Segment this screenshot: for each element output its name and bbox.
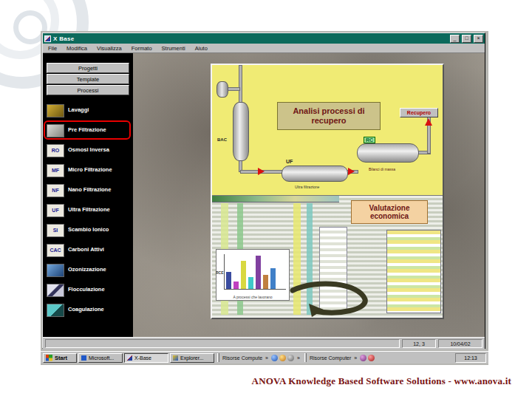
process-item-micro-filtrazione[interactable]: MF Micro Filtrazione — [43, 160, 133, 180]
chart-bar — [256, 256, 261, 289]
pre-filtrazione-icon — [47, 124, 64, 137]
maximize-button[interactable]: □ — [462, 35, 471, 43]
chart-bar — [270, 268, 276, 289]
window-titlebar: X Base _ □ × — [43, 33, 485, 44]
menu-item-file[interactable]: File — [48, 45, 57, 52]
status-cell-empty — [45, 339, 400, 348]
economic-title: Valutazione economica — [351, 200, 428, 224]
toolbar-grip[interactable] — [304, 353, 307, 362]
embedded-report: BAC RC UF Bilanci di massa Ultra filtraz… — [211, 64, 444, 319]
chart-bar — [233, 282, 239, 289]
close-button[interactable]: × — [474, 35, 483, 43]
scambio-ionico-icon: SI — [47, 224, 64, 237]
nav-button-processi[interactable]: Processi — [47, 85, 129, 95]
tray-app-icon[interactable] — [360, 355, 366, 361]
process-item-ultra-filtrazione[interactable]: UF Ultra Filtrazione — [43, 200, 133, 220]
bac-label: BAC — [217, 137, 227, 142]
mini-bar-chart-bars — [224, 254, 286, 290]
flow-arrow-right-icon — [258, 168, 265, 175]
uf-label: UF — [286, 159, 293, 164]
tray-app-icon[interactable] — [279, 355, 286, 361]
app-icon — [44, 35, 51, 42]
annotation-arrow — [282, 279, 378, 317]
word-icon — [81, 355, 86, 361]
process-item-nano-filtrazione[interactable]: NF Nano Filtrazione — [43, 180, 133, 200]
process-item-lavaggi[interactable]: Lavaggi — [43, 100, 133, 120]
menu-bar: File Modifica Visualizza Formato Strumen… — [43, 44, 485, 53]
economic-sheet: Valutazione economica RCE A processi che… — [212, 195, 443, 318]
nav-button-template[interactable]: Template — [47, 74, 129, 84]
rc-label: RC — [364, 137, 375, 143]
minimize-button[interactable]: _ — [450, 35, 460, 43]
process-item-flocculazione[interactable]: Flocculazione — [43, 280, 133, 300]
menu-item-modifica[interactable]: Modifica — [66, 45, 87, 52]
chart-ylabel: RCE — [216, 270, 224, 275]
flocculazione-icon — [47, 284, 64, 297]
desktop-screenshot: X Base _ □ × File Modifica Visualizza Fo… — [41, 31, 488, 365]
presentation-slide: X Base _ □ × File Modifica Visualizza Fo… — [0, 0, 532, 399]
pipe — [239, 65, 242, 103]
bac-column — [233, 102, 249, 161]
windows-logo-icon — [46, 355, 52, 361]
results-table — [386, 230, 441, 313]
menu-item-aiuto[interactable]: Aiuto — [195, 45, 208, 52]
toolbar-grip[interactable] — [217, 353, 219, 362]
quicklaunch-right-label: Risorse Computer — [310, 355, 351, 361]
taskbar-clock: 12:13 — [455, 353, 486, 363]
process-item-pre-filtrazione[interactable]: Pre Filtrazione — [43, 120, 133, 140]
feed-tank — [216, 81, 228, 98]
status-cell-date: 10/04/02 — [438, 339, 482, 348]
nav-button-progetti[interactable]: Progetti — [47, 63, 129, 73]
process-item-osmosi-inversa[interactable]: RO Osmosi Inversa — [43, 140, 133, 160]
ozonizzazione-icon — [47, 264, 64, 277]
uf-tank — [282, 166, 348, 182]
window-title: X Base — [53, 35, 448, 42]
menu-item-strumenti[interactable]: Strumenti — [162, 45, 185, 52]
explorer-icon — [173, 355, 178, 361]
process-item-coagulazione[interactable]: Coagulazione — [43, 300, 133, 320]
chevron-icon[interactable]: » — [354, 355, 357, 361]
quicklaunch-left-label: Risorse Compute — [222, 355, 262, 361]
recupero-button[interactable]: Recupero — [400, 108, 438, 117]
tray-globe-icon[interactable] — [271, 355, 278, 361]
carboni-attivi-icon: CAC — [47, 244, 64, 257]
micro-filtrazione-icon: MF — [47, 164, 64, 177]
taskbar-button-xbase[interactable]: X-Base — [124, 353, 168, 363]
chart-bar — [263, 275, 268, 289]
osmosi-inversa-icon: RO — [47, 144, 64, 157]
xbase-window: X Base _ □ × File Modifica Visualizza Fo… — [42, 33, 485, 349]
tray-app-icon[interactable] — [287, 355, 294, 361]
menu-item-formato[interactable]: Formato — [132, 45, 152, 52]
taskbar-button-explorer[interactable]: Explorer... — [170, 353, 214, 363]
process-item-carboni-attivi[interactable]: CAC Carboni Attivi — [43, 240, 133, 260]
flow-arrow-right-icon — [348, 168, 355, 175]
pipe — [227, 87, 240, 91]
ultra-filtrazione-icon: UF — [47, 204, 64, 217]
chart-bar — [226, 272, 231, 290]
tray-app-icon[interactable] — [368, 355, 375, 361]
process-item-ozonizzazione[interactable]: Ozonizzazione — [43, 260, 133, 280]
status-bar: 12, 3 10/04/02 — [43, 337, 485, 349]
uf-caption: Ultra filtrazione — [295, 185, 319, 189]
flow-arrow-up-icon — [425, 118, 432, 126]
chart-bar — [241, 261, 246, 289]
start-button[interactable]: Start — [43, 353, 77, 363]
process-flow-diagram: BAC RC UF Bilanci di massa Ultra filtraz… — [212, 65, 443, 195]
chevron-icon[interactable]: » — [297, 355, 300, 361]
analysis-title: Analisi processi di recupero — [277, 102, 381, 130]
mass-balance-note: Bilanci di massa — [369, 167, 395, 171]
xbase-icon — [127, 355, 132, 361]
taskbar: Start Microsoft... X-Base Explorer... Ri… — [41, 351, 488, 364]
mini-bar-chart: RCE A processi che lavorano — [216, 249, 290, 301]
process-item-scambio-ionico[interactable]: SI Scambio Ionico — [43, 220, 133, 240]
rc-tank — [357, 143, 419, 163]
coagulazione-icon — [47, 304, 64, 317]
status-cell-position: 12, 3 — [402, 339, 436, 348]
menu-item-visualizza[interactable]: Visualizza — [97, 45, 122, 52]
process-sidebar: Progetti Template Processi Lavaggi Pre F… — [43, 53, 133, 337]
taskbar-button-microsoft[interactable]: Microsoft... — [78, 353, 123, 363]
content-area: BAC RC UF Bilanci di massa Ultra filtraz… — [133, 53, 485, 337]
chevron-icon[interactable]: » — [265, 355, 268, 361]
chart-bar — [248, 277, 253, 289]
window-body: Progetti Template Processi Lavaggi Pre F… — [43, 53, 485, 337]
